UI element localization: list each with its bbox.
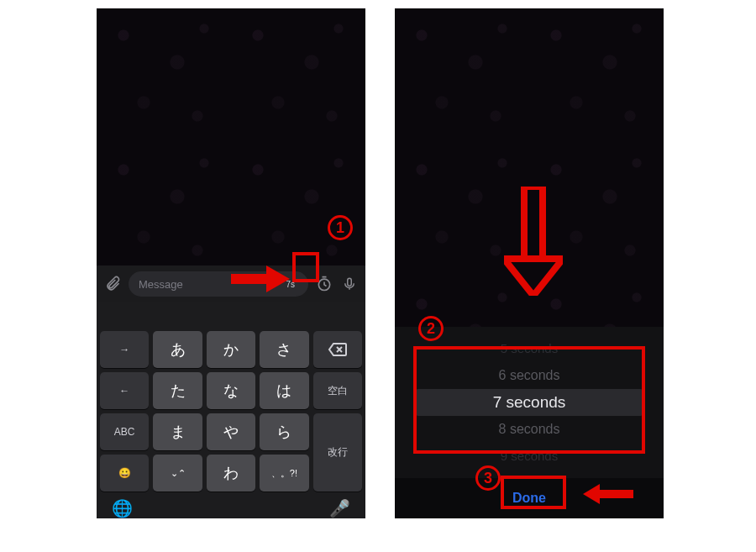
key-a[interactable]: あ bbox=[153, 331, 202, 368]
timer-badge[interactable]: 7s bbox=[282, 280, 298, 289]
timer-icon[interactable] bbox=[315, 275, 333, 293]
key-punct[interactable]: 、。?! bbox=[260, 455, 308, 492]
picker-option[interactable]: 9 seconds bbox=[413, 443, 645, 470]
key-return[interactable]: 改行 bbox=[313, 413, 362, 492]
key-small[interactable]: ⌄⌃ bbox=[153, 455, 202, 492]
svg-rect-1 bbox=[348, 278, 352, 286]
dictation-mic-icon[interactable]: 🎤 bbox=[329, 498, 350, 518]
key-na[interactable]: な bbox=[207, 372, 255, 409]
picker-option-selected[interactable]: 7 seconds bbox=[413, 389, 645, 416]
message-input-row: Message 7s bbox=[97, 265, 365, 302]
message-input[interactable]: Message 7s bbox=[129, 271, 308, 297]
picker-toolbar: Done bbox=[395, 478, 664, 518]
message-placeholder: Message bbox=[139, 278, 282, 291]
key-wa[interactable]: わ bbox=[207, 455, 255, 492]
key-ya[interactable]: や bbox=[207, 413, 255, 450]
key-arrow-left[interactable]: ← bbox=[100, 372, 149, 409]
picker-option[interactable]: 6 seconds bbox=[413, 362, 645, 389]
keyboard-grid: → あ か さ ← た な は 空白 ABC ま や ら 改行 😀 ⌄⌃ わ bbox=[100, 331, 362, 492]
duration-picker: 5 seconds 6 seconds 7 seconds 8 seconds … bbox=[395, 327, 664, 478]
mic-icon[interactable] bbox=[340, 275, 359, 293]
key-arrow-right[interactable]: → bbox=[100, 331, 149, 368]
picker-option[interactable]: 8 seconds bbox=[413, 416, 645, 443]
done-button[interactable]: Done bbox=[512, 491, 546, 506]
key-backspace-icon[interactable] bbox=[313, 331, 362, 368]
key-sa[interactable]: さ bbox=[260, 331, 308, 368]
phone-right: 5 seconds 6 seconds 7 seconds 8 seconds … bbox=[395, 8, 664, 518]
picker-wheel[interactable]: 5 seconds 6 seconds 7 seconds 8 seconds … bbox=[413, 335, 645, 470]
globe-icon[interactable]: 🌐 bbox=[112, 498, 133, 518]
key-abc[interactable]: ABC bbox=[100, 413, 149, 450]
phone-left: Message 7s → あ か さ bbox=[97, 8, 365, 518]
key-ma[interactable]: ま bbox=[153, 413, 202, 450]
key-ta[interactable]: た bbox=[153, 372, 202, 409]
key-space[interactable]: 空白 bbox=[313, 372, 362, 409]
attach-icon[interactable] bbox=[103, 275, 122, 293]
picker-option[interactable]: 5 seconds bbox=[413, 335, 645, 362]
key-emoji[interactable]: 😀 bbox=[100, 455, 149, 492]
keyboard: → あ か さ ← た な は 空白 ABC ま や ら 改行 😀 ⌄⌃ わ bbox=[97, 302, 365, 518]
key-ka[interactable]: か bbox=[207, 331, 255, 368]
keyboard-bottom-row: 🌐 🎤 bbox=[100, 492, 362, 518]
key-ra[interactable]: ら bbox=[260, 413, 308, 450]
key-ha[interactable]: は bbox=[260, 372, 308, 409]
